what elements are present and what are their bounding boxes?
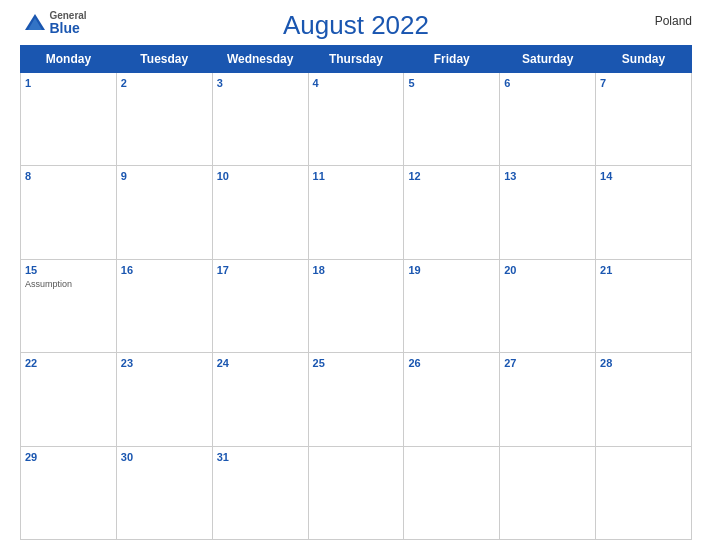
calendar-cell: 7 [596,73,692,166]
day-number: 30 [121,450,208,465]
day-number: 8 [25,169,112,184]
calendar-cell: 26 [404,353,500,446]
calendar-cell: 22 [21,353,117,446]
calendar-table: Monday Tuesday Wednesday Thursday Friday… [20,45,692,540]
day-number: 28 [600,356,687,371]
day-event: Assumption [25,279,112,289]
day-number: 17 [217,263,304,278]
header-wednesday: Wednesday [212,46,308,73]
calendar-cell: 25 [308,353,404,446]
calendar-week-row: 22232425262728 [21,353,692,446]
day-number: 16 [121,263,208,278]
header-sunday: Sunday [596,46,692,73]
calendar-cell: 8 [21,166,117,259]
logo: General Blue [20,10,90,36]
calendar-week-row: 15Assumption161718192021 [21,259,692,352]
calendar-cell: 29 [21,446,117,539]
logo-blue: Blue [49,21,86,36]
calendar-cell: 6 [500,73,596,166]
logo-icon [23,12,47,34]
calendar-title: August 2022 [283,10,429,41]
day-number: 29 [25,450,112,465]
day-number: 18 [313,263,400,278]
calendar-week-row: 293031 [21,446,692,539]
calendar-cell: 9 [116,166,212,259]
header-saturday: Saturday [500,46,596,73]
calendar-cell: 4 [308,73,404,166]
day-number: 13 [504,169,591,184]
calendar-cell: 17 [212,259,308,352]
header-tuesday: Tuesday [116,46,212,73]
calendar-cell: 10 [212,166,308,259]
day-number: 14 [600,169,687,184]
day-number: 25 [313,356,400,371]
calendar-cell: 31 [212,446,308,539]
calendar-cell: 28 [596,353,692,446]
calendar-week-row: 891011121314 [21,166,692,259]
calendar-cell: 19 [404,259,500,352]
calendar-week-row: 1234567 [21,73,692,166]
day-number: 20 [504,263,591,278]
calendar-cell: 5 [404,73,500,166]
day-number: 2 [121,76,208,91]
calendar-cell: 14 [596,166,692,259]
calendar-cell: 2 [116,73,212,166]
calendar-cell: 16 [116,259,212,352]
day-number: 10 [217,169,304,184]
day-number: 3 [217,76,304,91]
day-number: 9 [121,169,208,184]
calendar-cell: 11 [308,166,404,259]
calendar-cell: 21 [596,259,692,352]
day-number: 21 [600,263,687,278]
calendar-cell [500,446,596,539]
day-number: 7 [600,76,687,91]
calendar-cell [596,446,692,539]
day-number: 1 [25,76,112,91]
calendar-cell: 20 [500,259,596,352]
day-number: 4 [313,76,400,91]
header-friday: Friday [404,46,500,73]
day-number: 6 [504,76,591,91]
day-number: 11 [313,169,400,184]
day-number: 27 [504,356,591,371]
day-number: 31 [217,450,304,465]
day-number: 23 [121,356,208,371]
day-number: 5 [408,76,495,91]
calendar-cell: 3 [212,73,308,166]
calendar-cell: 30 [116,446,212,539]
day-number: 15 [25,263,112,278]
day-number: 22 [25,356,112,371]
day-number: 19 [408,263,495,278]
country-label: Poland [655,14,692,28]
calendar-cell: 12 [404,166,500,259]
calendar-header: General Blue August 2022 Poland [20,10,692,41]
calendar-cell: 15Assumption [21,259,117,352]
day-number: 12 [408,169,495,184]
calendar-cell [308,446,404,539]
weekday-header-row: Monday Tuesday Wednesday Thursday Friday… [21,46,692,73]
calendar-cell [404,446,500,539]
day-number: 26 [408,356,495,371]
day-number: 24 [217,356,304,371]
calendar-cell: 23 [116,353,212,446]
calendar-cell: 24 [212,353,308,446]
calendar-cell: 13 [500,166,596,259]
calendar-cell: 27 [500,353,596,446]
calendar-cell: 1 [21,73,117,166]
header-monday: Monday [21,46,117,73]
header-thursday: Thursday [308,46,404,73]
calendar-cell: 18 [308,259,404,352]
